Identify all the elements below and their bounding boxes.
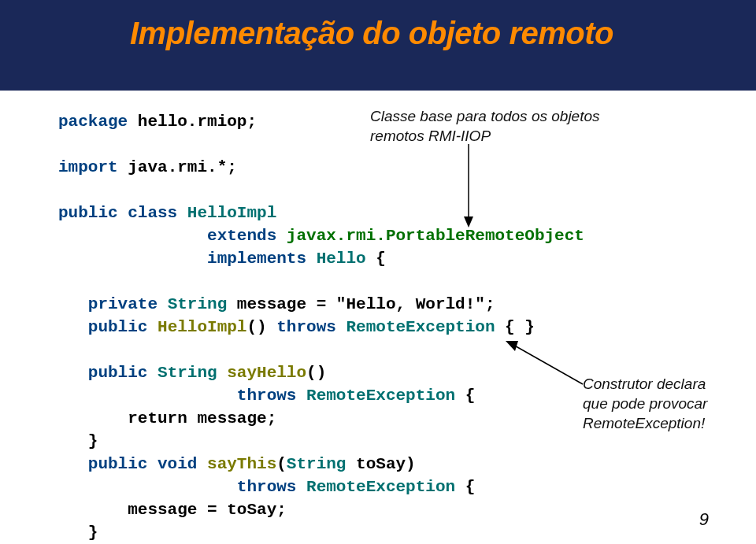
- code-text: { }: [495, 318, 535, 336]
- code-text: java.rmi.*;: [118, 158, 237, 176]
- callout-text: Construtor declara: [583, 376, 706, 392]
- code-text: }: [58, 524, 98, 542]
- code-keyword: public: [58, 318, 158, 336]
- callout-text: que pode provocar: [583, 395, 707, 412]
- code-keyword: import: [58, 158, 118, 176]
- code-class: String: [287, 455, 346, 473]
- svg-marker-1: [464, 216, 473, 228]
- callout-base-class: Classe base para todos os objetos remoto…: [370, 106, 622, 146]
- slide-title: Implementação do objeto remoto: [130, 16, 756, 51]
- code-method: HelloImpl: [158, 318, 246, 336]
- code-class: RemoteException: [306, 387, 455, 405]
- code-class: Hello: [317, 250, 366, 268]
- code-keyword: throws: [276, 318, 346, 336]
- code-keyword: public class: [58, 204, 187, 222]
- arrow-right: [504, 341, 591, 404]
- slide-content: Classe base para todos os objetos remoto…: [0, 91, 756, 544]
- code-keyword: throws: [58, 387, 306, 405]
- slide-header: Implementação do objeto remoto: [0, 0, 756, 91]
- code-keyword: implements: [58, 250, 317, 268]
- svg-marker-3: [506, 341, 518, 351]
- code-text: message = "Hello, World!";: [227, 295, 495, 313]
- code-text: hello.rmiop;: [128, 113, 257, 131]
- code-class: HelloImpl: [187, 204, 276, 222]
- code-text: (): [306, 364, 326, 382]
- code-keyword: extends: [58, 227, 287, 245]
- callout-text: RemoteException!: [583, 415, 705, 431]
- code-type: javax.rmi.PortableRemoteObject: [287, 227, 584, 245]
- code-text: }: [58, 432, 98, 450]
- code-keyword: package: [58, 113, 128, 131]
- code-text: return message;: [58, 409, 276, 427]
- code-class: RemoteException: [346, 318, 495, 336]
- code-text: {: [366, 250, 386, 268]
- arrow-top: [445, 144, 492, 239]
- code-keyword: private: [58, 295, 168, 313]
- code-block: package hello.rmiop; import java.rmi.*; …: [58, 110, 701, 544]
- code-method: sayThis: [207, 455, 276, 473]
- code-class: RemoteException: [306, 478, 455, 496]
- code-keyword: public void: [58, 455, 207, 473]
- code-keyword: throws: [58, 478, 306, 496]
- callout-text: remotos RMI-IIOP: [370, 128, 491, 144]
- code-text: (): [246, 318, 276, 336]
- code-method: sayHello: [227, 364, 306, 382]
- code-text: {: [455, 387, 475, 405]
- code-text: toSay): [346, 455, 415, 473]
- code-text: message = toSay;: [58, 501, 287, 519]
- code-keyword: public: [58, 364, 158, 382]
- callout-text: Classe base para todos os objetos: [370, 108, 600, 124]
- page-number: 9: [699, 509, 709, 530]
- code-class: String: [168, 295, 228, 313]
- callout-constructor: Construtor declara que pode provocar Rem…: [583, 374, 740, 433]
- code-text: (: [276, 455, 287, 473]
- code-text: {: [455, 478, 475, 496]
- svg-line-2: [512, 344, 583, 384]
- code-class: String: [158, 364, 227, 382]
